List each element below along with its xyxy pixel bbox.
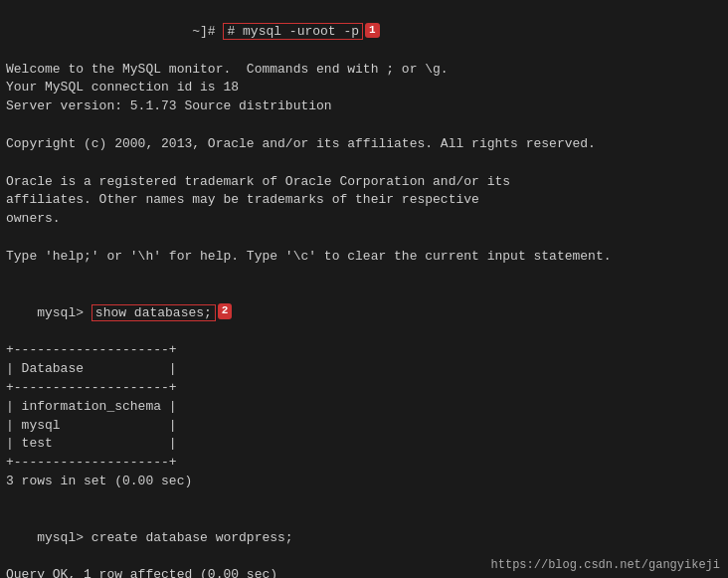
blank-1 xyxy=(6,116,722,135)
login-text: # mysql -uroot -p xyxy=(227,24,359,39)
table1-row3: | test | xyxy=(6,435,722,454)
welcome-line-1: Welcome to the MySQL monitor. Commands e… xyxy=(6,61,722,80)
help-line: Type 'help;' or '\h' for help. Type '\c'… xyxy=(6,248,722,267)
welcome-line-2: Your MySQL connection id is 18 xyxy=(6,79,722,97)
table1-bot: +--------------------+ xyxy=(6,454,722,473)
table1-top: +--------------------+ xyxy=(6,341,722,360)
line-show-db-1: mysql> show databases;2 xyxy=(6,286,722,342)
watermark: https://blog.csdn.net/gangyikeji xyxy=(491,558,720,572)
cmd1-text: show databases; xyxy=(95,305,212,320)
blank-2 xyxy=(6,154,722,173)
blank-5 xyxy=(6,491,722,510)
login-command: # mysql -uroot -p xyxy=(223,23,363,40)
line-cmd-login: ~]# # mysql -uroot -p1 xyxy=(6,4,722,61)
prompt-prefix: ~]# xyxy=(37,24,223,39)
copyright-line-1: Copyright (c) 2000, 2013, Oracle and/or … xyxy=(6,135,722,154)
cmd1-box: show databases; xyxy=(91,304,216,321)
cmd2-text: create database wordpress; xyxy=(91,530,293,545)
mysql-prompt-1: mysql> xyxy=(37,305,91,320)
table1-header: | Database | xyxy=(6,360,722,379)
terminal-window: ~]# # mysql -uroot -p1 Welcome to the My… xyxy=(0,0,728,578)
welcome-line-3: Server version: 5.1.73 Source distributi… xyxy=(6,97,722,116)
mysql-prompt-2: mysql> xyxy=(37,530,91,545)
badge-2: 2 xyxy=(218,303,233,318)
blank-3 xyxy=(6,229,722,248)
table1-row1: | information_schema | xyxy=(6,398,722,417)
oracle-line-3: owners. xyxy=(6,210,722,229)
rows1-count: 3 rows in set (0.00 sec) xyxy=(6,473,722,491)
table1-sep: +--------------------+ xyxy=(6,379,722,398)
badge-1: 1 xyxy=(365,23,380,38)
blank-4 xyxy=(6,267,722,286)
oracle-line-2: affiliates. Other names may be trademark… xyxy=(6,191,722,210)
oracle-line-1: Oracle is a registered trademark of Orac… xyxy=(6,173,722,192)
table1-row2: | mysql | xyxy=(6,417,722,436)
